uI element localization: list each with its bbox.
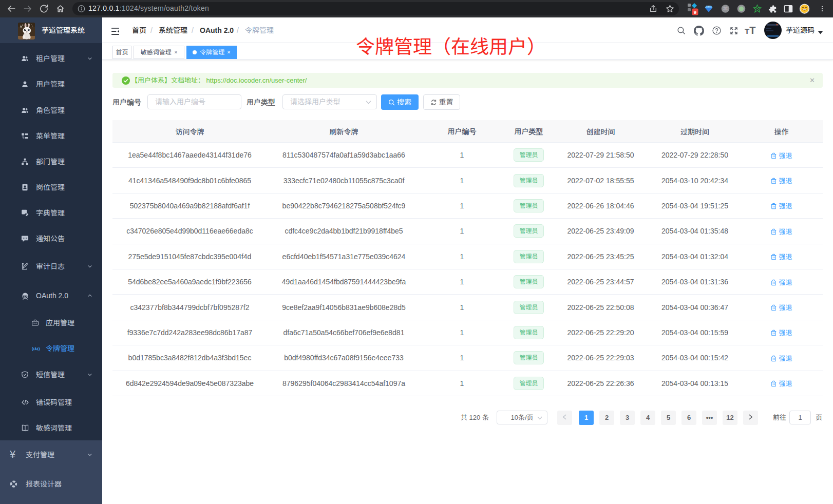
svg-text:⌘: ⌘	[723, 6, 728, 11]
svg-text:9: 9	[694, 9, 696, 15]
